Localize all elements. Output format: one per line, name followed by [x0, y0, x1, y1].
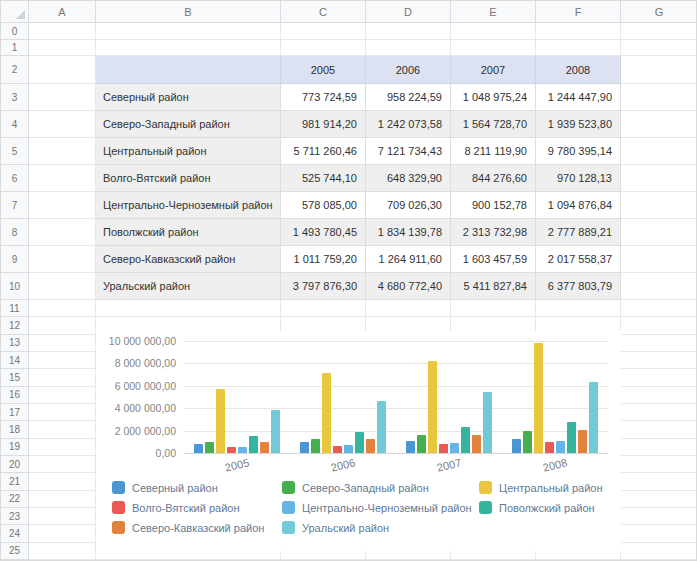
cell-B8[interactable]: Поволжский район [96, 219, 281, 246]
cell-G1[interactable] [621, 40, 697, 56]
cell-C9[interactable]: 1 011 759,20 [281, 246, 366, 273]
cell-E6[interactable]: 844 276,60 [451, 165, 536, 192]
row-header-13[interactable]: 13 [1, 335, 29, 352]
cell-E10[interactable]: 5 411 827,84 [451, 273, 536, 300]
cell-A21[interactable] [29, 473, 96, 490]
cell-E5[interactable]: 8 211 119,90 [451, 138, 536, 165]
cell-G10[interactable] [621, 273, 697, 300]
cell-B2[interactable] [96, 56, 281, 84]
cell-A6[interactable] [29, 165, 96, 192]
cell-A1[interactable] [29, 40, 96, 56]
cell-A23[interactable] [29, 508, 96, 525]
cell-D11[interactable] [366, 300, 451, 317]
cell-F2[interactable]: 2008 [536, 56, 621, 84]
cell-E11[interactable] [451, 300, 536, 317]
cell-B6[interactable]: Волго-Вятский район [96, 165, 281, 192]
cell-G24[interactable] [621, 525, 697, 542]
cell-E8[interactable]: 2 313 732,98 [451, 219, 536, 246]
cell-C10[interactable]: 3 797 876,30 [281, 273, 366, 300]
row-header-18[interactable]: 18 [1, 421, 29, 438]
cell-G5[interactable] [621, 138, 697, 165]
row-header-1[interactable]: 1 [1, 40, 29, 56]
row-header-3[interactable]: 3 [1, 84, 29, 111]
cell-F1[interactable] [536, 40, 621, 56]
cell-G2[interactable] [621, 56, 697, 84]
column-header-C[interactable]: C [281, 1, 366, 23]
row-header-14[interactable]: 14 [1, 352, 29, 369]
cell-A17[interactable] [29, 404, 96, 421]
cell-A4[interactable] [29, 111, 96, 138]
select-all-corner[interactable] [1, 1, 29, 23]
cell-G7[interactable] [621, 192, 697, 219]
cell-G4[interactable] [621, 111, 697, 138]
cell-D8[interactable]: 1 834 139,78 [366, 219, 451, 246]
cell-C7[interactable]: 578 085,00 [281, 192, 366, 219]
cell-F11[interactable] [536, 300, 621, 317]
cell-E4[interactable]: 1 564 728,70 [451, 111, 536, 138]
cell-F0[interactable] [536, 23, 621, 40]
cell-F3[interactable]: 1 244 447,90 [536, 84, 621, 111]
row-header-9[interactable]: 9 [1, 246, 29, 273]
cell-B7[interactable]: Центрально-Черноземный район [96, 192, 281, 219]
column-header-A[interactable]: A [29, 1, 96, 23]
cell-D7[interactable]: 709 026,30 [366, 192, 451, 219]
row-header-11[interactable]: 11 [1, 300, 29, 317]
cell-E9[interactable]: 1 603 457,59 [451, 246, 536, 273]
row-header-23[interactable]: 23 [1, 508, 29, 525]
cell-A10[interactable] [29, 273, 96, 300]
cell-A24[interactable] [29, 525, 96, 542]
row-header-7[interactable]: 7 [1, 192, 29, 219]
cell-G19[interactable] [621, 439, 697, 456]
cell-A5[interactable] [29, 138, 96, 165]
cell-A3[interactable] [29, 84, 96, 111]
cell-G6[interactable] [621, 165, 697, 192]
column-header-F[interactable]: F [536, 1, 621, 23]
cell-E2[interactable]: 2007 [451, 56, 536, 84]
column-header-B[interactable]: B [96, 1, 281, 23]
cell-F7[interactable]: 1 094 876,84 [536, 192, 621, 219]
cell-A13[interactable] [29, 335, 96, 352]
cell-G0[interactable] [621, 23, 697, 40]
cell-D1[interactable] [366, 40, 451, 56]
cell-A19[interactable] [29, 439, 96, 456]
cell-B10[interactable]: Уральский район [96, 273, 281, 300]
cell-G23[interactable] [621, 508, 697, 525]
cell-G18[interactable] [621, 421, 697, 438]
cell-G25[interactable] [621, 543, 697, 560]
cell-F10[interactable]: 6 377 803,79 [536, 273, 621, 300]
cell-A7[interactable] [29, 192, 96, 219]
cell-D2[interactable]: 2006 [366, 56, 451, 84]
cell-C5[interactable]: 5 711 260,46 [281, 138, 366, 165]
cell-D10[interactable]: 4 680 772,40 [366, 273, 451, 300]
row-header-12[interactable]: 12 [1, 317, 29, 334]
cell-E0[interactable] [451, 23, 536, 40]
cell-A12[interactable] [29, 317, 96, 334]
cell-G20[interactable] [621, 456, 697, 473]
cell-G8[interactable] [621, 219, 697, 246]
cell-F9[interactable]: 2 017 558,37 [536, 246, 621, 273]
cell-B1[interactable] [96, 40, 281, 56]
cell-C2[interactable]: 2005 [281, 56, 366, 84]
cell-G12[interactable] [621, 317, 697, 334]
cell-F4[interactable]: 1 939 523,80 [536, 111, 621, 138]
cell-A14[interactable] [29, 352, 96, 369]
column-header-G[interactable]: G [621, 1, 697, 23]
cell-D9[interactable]: 1 264 911,60 [366, 246, 451, 273]
cell-E3[interactable]: 1 048 975,24 [451, 84, 536, 111]
cell-G17[interactable] [621, 404, 697, 421]
cell-C0[interactable] [281, 23, 366, 40]
row-header-6[interactable]: 6 [1, 165, 29, 192]
cell-C6[interactable]: 525 744,10 [281, 165, 366, 192]
cell-A22[interactable] [29, 491, 96, 508]
cell-E7[interactable]: 900 152,78 [451, 192, 536, 219]
row-header-2[interactable]: 2 [1, 56, 29, 84]
cell-A16[interactable] [29, 387, 96, 404]
cell-F5[interactable]: 9 780 395,14 [536, 138, 621, 165]
row-header-24[interactable]: 24 [1, 525, 29, 542]
cell-A20[interactable] [29, 456, 96, 473]
row-header-8[interactable]: 8 [1, 219, 29, 246]
cell-G13[interactable] [621, 335, 697, 352]
cell-B0[interactable] [96, 23, 281, 40]
cell-E1[interactable] [451, 40, 536, 56]
cell-C1[interactable] [281, 40, 366, 56]
